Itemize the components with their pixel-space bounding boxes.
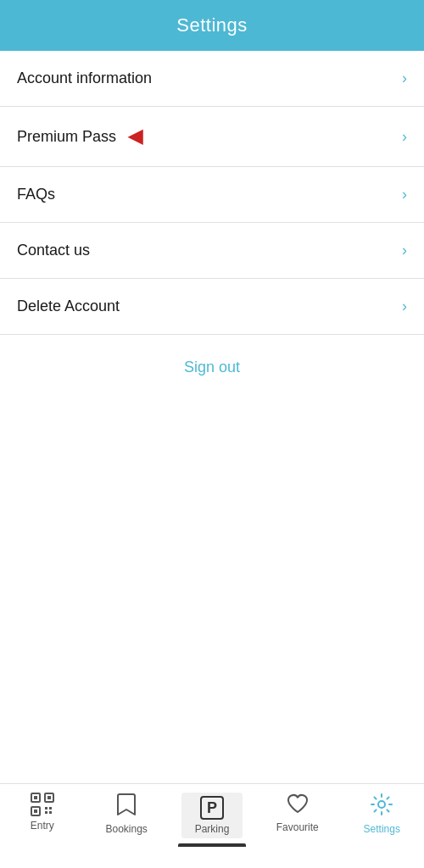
svg-rect-9 bbox=[49, 811, 52, 814]
bookings-label: Bookings bbox=[105, 823, 147, 835]
nav-item-bookings[interactable]: Bookings bbox=[97, 793, 156, 835]
premium-pass-label: Premium Pass bbox=[17, 128, 116, 146]
menu-item-left: Contact us bbox=[17, 242, 90, 259]
favourite-label: Favourite bbox=[276, 821, 319, 833]
heart-icon bbox=[286, 793, 310, 818]
faqs-label: FAQs bbox=[17, 186, 55, 203]
chevron-right-icon: › bbox=[402, 242, 407, 259]
nav-item-entry[interactable]: Entry bbox=[13, 793, 72, 832]
entry-label: Entry bbox=[31, 820, 54, 832]
menu-item-left: FAQs bbox=[17, 186, 55, 203]
chevron-right-icon: › bbox=[402, 186, 407, 203]
svg-rect-3 bbox=[47, 796, 51, 799]
menu-item-left: Account information bbox=[17, 70, 152, 87]
bottom-navigation: Entry Bookings P Parking Favourite bbox=[0, 783, 424, 868]
sign-out-button[interactable]: Sign out bbox=[184, 359, 240, 376]
settings-menu: Account information › Premium Pass ◀ › F… bbox=[0, 51, 424, 335]
red-arrow-indicator: ◀ bbox=[128, 125, 142, 147]
svg-point-10 bbox=[378, 801, 385, 808]
bookmark-icon bbox=[116, 793, 137, 820]
account-information-label: Account information bbox=[17, 70, 152, 87]
menu-item-premium-pass[interactable]: Premium Pass ◀ › bbox=[0, 107, 424, 167]
chevron-right-icon: › bbox=[402, 298, 407, 315]
settings-label: Settings bbox=[364, 823, 400, 835]
svg-rect-6 bbox=[45, 807, 47, 810]
menu-item-left: Premium Pass ◀ bbox=[17, 125, 142, 147]
parking-label: Parking bbox=[195, 823, 230, 835]
menu-item-faqs[interactable]: FAQs › bbox=[0, 167, 424, 223]
page-title: Settings bbox=[176, 14, 248, 36]
chevron-right-icon: › bbox=[402, 70, 407, 87]
svg-rect-7 bbox=[49, 807, 52, 810]
nav-item-favourite[interactable]: Favourite bbox=[268, 793, 327, 833]
svg-rect-1 bbox=[34, 796, 37, 799]
menu-item-contact-us[interactable]: Contact us › bbox=[0, 223, 424, 279]
nav-item-parking[interactable]: P Parking bbox=[181, 793, 243, 838]
delete-account-label: Delete Account bbox=[17, 298, 120, 315]
qr-code-icon bbox=[31, 793, 54, 816]
contact-us-label: Contact us bbox=[17, 242, 90, 259]
nav-item-settings[interactable]: Settings bbox=[352, 793, 411, 835]
svg-rect-5 bbox=[34, 810, 37, 813]
parking-p-icon: P bbox=[200, 796, 224, 820]
menu-item-account-information[interactable]: Account information › bbox=[0, 51, 424, 107]
menu-item-delete-account[interactable]: Delete Account › bbox=[0, 279, 424, 335]
gear-icon bbox=[370, 793, 393, 820]
header: Settings bbox=[0, 0, 424, 51]
svg-rect-8 bbox=[45, 811, 47, 814]
menu-item-left: Delete Account bbox=[17, 298, 120, 315]
chevron-right-icon: › bbox=[402, 128, 407, 146]
sign-out-container: Sign out bbox=[0, 335, 424, 400]
